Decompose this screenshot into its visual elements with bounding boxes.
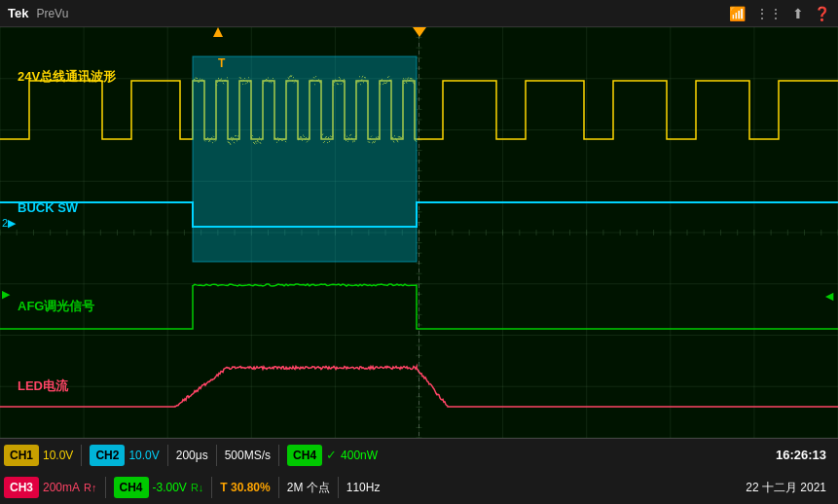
ch1-waveform-label: 24V总线通讯波形 bbox=[18, 68, 116, 86]
waveform-display bbox=[0, 27, 838, 438]
ch3-badge[interactable]: CH3 bbox=[4, 477, 39, 498]
divider-8 bbox=[338, 477, 339, 498]
wifi-icon: 📶 bbox=[729, 6, 746, 21]
statusbar-row1: CH1 10.0V CH2 10.0V 200μs 500MS/s CH4 ✓ … bbox=[0, 439, 838, 472]
statusbar: CH1 10.0V CH2 10.0V 200μs 500MS/s CH4 ✓ … bbox=[0, 438, 838, 504]
divider-3 bbox=[216, 445, 217, 466]
question-icon: ❓ bbox=[814, 6, 830, 21]
t-marker: T bbox=[218, 56, 225, 70]
tek-logo: Tek bbox=[8, 6, 28, 20]
ch4-extra: R↓ bbox=[191, 482, 203, 493]
points-count: 2M 个点 bbox=[287, 480, 330, 496]
samplerate-value: 500MS/s bbox=[225, 449, 271, 462]
ch4-power: 400nW bbox=[341, 449, 378, 462]
date-display: 22 十二月 2021 bbox=[746, 480, 834, 496]
divider-1 bbox=[81, 445, 82, 466]
ch2-voltage: 10.0V bbox=[128, 449, 159, 462]
ch4-badge-row1[interactable]: CH4 bbox=[287, 445, 322, 466]
divider-4 bbox=[278, 445, 279, 466]
statusbar-row2: CH3 200mA R↑ CH4 -3.00V R↓ T 30.80% 2M 个… bbox=[0, 472, 838, 505]
ch1-badge[interactable]: CH1 bbox=[4, 445, 39, 466]
ch2-waveform-label: BUCK SW bbox=[18, 200, 78, 215]
ch4-badge-row2[interactable]: CH4 bbox=[114, 477, 149, 498]
divider-2 bbox=[167, 445, 168, 466]
upload-icon: ⬆ bbox=[792, 6, 804, 21]
divider-5 bbox=[105, 477, 106, 498]
grid-icon: ⋮⋮ bbox=[755, 6, 783, 21]
trigger-percent: T 30.80% bbox=[220, 481, 270, 494]
clock-time: 16:26:13 bbox=[776, 448, 834, 462]
ch4-waveform-label: LED电流 bbox=[18, 378, 68, 395]
scope-screen: T 24V总线通讯波形 BUCK SW AFG调光信号 LED电流 2▶ ▶ ◄ bbox=[0, 27, 838, 438]
timebase-value: 200μs bbox=[176, 449, 208, 462]
prevu-label: PreVu bbox=[36, 7, 68, 20]
ch4-voltage: -3.00V bbox=[153, 481, 187, 494]
ch2-level-arrow: 2▶ bbox=[2, 217, 16, 230]
ch3-right-arrow: ◄ bbox=[822, 288, 836, 304]
ch4-check-icon: ✓ bbox=[326, 448, 337, 462]
ch3-extra: R↑ bbox=[84, 482, 96, 493]
divider-7 bbox=[278, 477, 279, 498]
trigger-marker-arrow bbox=[413, 27, 426, 37]
freq-value: 110Hz bbox=[346, 481, 381, 494]
topbar-right: 📶 ⋮⋮ ⬆ ❓ bbox=[729, 6, 830, 21]
topbar: Tek PreVu 📶 ⋮⋮ ⬆ ❓ bbox=[0, 0, 838, 27]
ch1-voltage: 10.0V bbox=[43, 449, 73, 462]
ch3-current: 200mA bbox=[43, 481, 80, 494]
ch3-level-arrow: ▶ bbox=[2, 288, 10, 301]
divider-6 bbox=[211, 477, 212, 498]
topbar-left: Tek PreVu bbox=[8, 6, 68, 20]
ch2-badge[interactable]: CH2 bbox=[90, 445, 125, 466]
ch3-waveform-label: AFG调光信号 bbox=[18, 298, 94, 315]
